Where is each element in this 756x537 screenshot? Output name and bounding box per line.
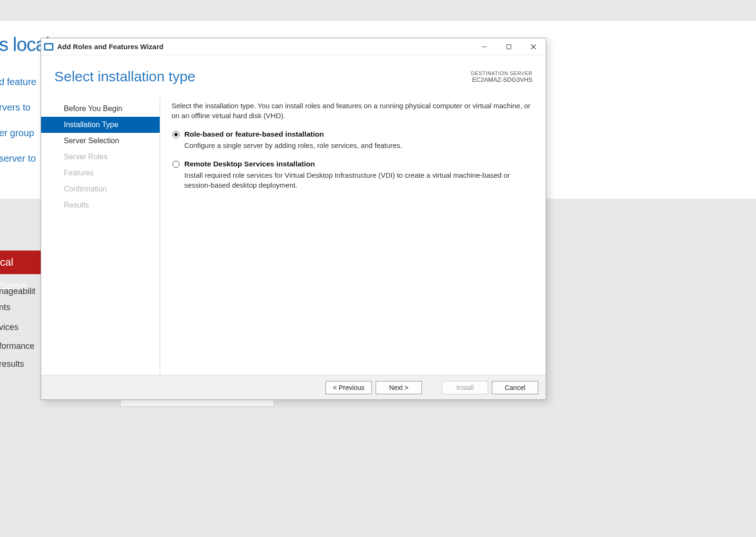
nav-before-you-begin[interactable]: Before You Begin [41, 101, 160, 117]
radio-role-based[interactable] [172, 131, 180, 138]
intro-text: Select the installation type. You can in… [172, 101, 534, 121]
bg-text: er group [0, 128, 34, 139]
caption-buttons [472, 39, 546, 54]
content-pane: Select the installation type. You can in… [160, 97, 546, 375]
radio-rds[interactable] [172, 161, 180, 168]
maximize-button[interactable] [497, 39, 521, 54]
destination-block: DESTINATION SERVER EC2AMAZ-SDG3VHS [471, 70, 533, 83]
wizard-nav: Before You Begin Installation Type Serve… [41, 97, 160, 375]
bg-text: d feature [0, 77, 36, 87]
title-bar[interactable]: Add Roles and Features Wizard [41, 38, 546, 55]
nav-confirmation: Confirmation [41, 181, 160, 197]
minimize-button[interactable] [472, 39, 497, 54]
dialog-body: Before You Begin Installation Type Serve… [41, 91, 546, 375]
bg-text: nageabilit [0, 286, 35, 296]
option-title: Remote Desktop Services installation [184, 160, 315, 168]
window-title: Add Roles and Features Wizard [57, 43, 163, 51]
destination-server: EC2AMAZ-SDG3VHS [471, 76, 533, 83]
bg-red-tile: cal Serve [0, 251, 41, 274]
option-role-based[interactable]: Role-based or feature-based installation… [172, 130, 534, 150]
option-description: Install required role services for Virtu… [184, 170, 534, 190]
close-icon [530, 43, 537, 50]
nav-server-selection[interactable]: Server Selection [41, 133, 160, 149]
minimize-icon [481, 43, 488, 50]
destination-label: DESTINATION SERVER [471, 70, 533, 76]
bg-text: nts [0, 303, 10, 312]
option-description: Configure a single server by adding role… [184, 140, 534, 150]
bg-text: formance [0, 341, 34, 351]
option-rds[interactable]: Remote Desktop Services installation Ins… [172, 160, 534, 190]
install-button: Install [442, 381, 488, 394]
cancel-button[interactable]: Cancel [492, 381, 538, 394]
next-button[interactable]: Next > [376, 381, 422, 394]
heading-row: Select installation type DESTINATION SER… [41, 55, 546, 91]
nav-server-roles: Server Roles [41, 149, 160, 165]
wizard-dialog: Add Roles and Features Wizard Select ins… [41, 38, 546, 400]
option-title: Role-based or feature-based installation [184, 130, 324, 139]
app-icon [44, 43, 53, 51]
dialog-footer: < Previous Next > Install Cancel [41, 375, 546, 399]
nav-features: Features [41, 165, 160, 181]
maximize-icon [506, 43, 512, 50]
background-panel [120, 400, 274, 407]
bg-text: vices [0, 322, 18, 332]
bg-text: results [0, 359, 24, 369]
svg-rect-1 [507, 44, 511, 49]
nav-installation-type[interactable]: Installation Type [41, 117, 160, 133]
previous-button[interactable]: < Previous [326, 381, 372, 394]
nav-results: Results [41, 197, 160, 213]
close-button[interactable] [521, 39, 546, 54]
bg-text: server to [0, 153, 36, 164]
page-title: Select installation type [54, 69, 196, 85]
bg-text: rvers to [0, 102, 31, 113]
